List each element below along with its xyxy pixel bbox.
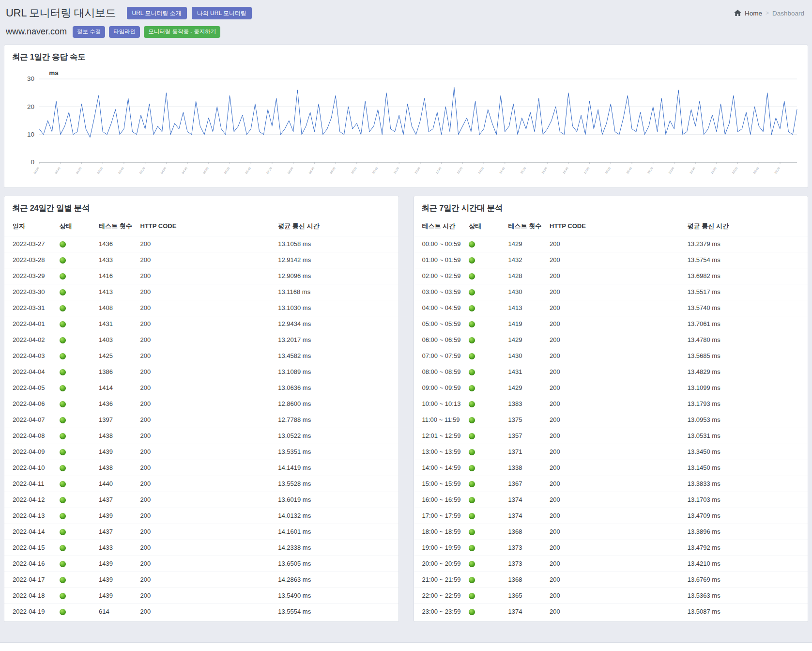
cell: 1373	[505, 556, 546, 572]
status-cell	[56, 428, 95, 444]
status-cell	[465, 428, 504, 444]
cell: 200	[137, 284, 275, 300]
svg-text:06:00: 06:00	[224, 166, 230, 174]
table-row: 2022-04-14143720014.1601 ms	[4, 524, 398, 540]
cell: 2022-03-30	[4, 284, 56, 300]
cell: 1429	[505, 332, 546, 348]
cell: 13.2017 ms	[274, 332, 398, 348]
table-row: 2022-03-28143320012.9142 ms	[4, 252, 398, 268]
cell: 1338	[505, 460, 546, 476]
status-ok-icon	[469, 273, 475, 279]
status-ok-icon	[469, 481, 475, 487]
svg-text:18:00: 18:00	[605, 166, 612, 174]
cell: 1437	[95, 492, 136, 508]
breadcrumb-home-link[interactable]: Home	[745, 10, 762, 17]
table-row: 23:00 ~ 23:59137420013.5087 ms	[414, 604, 808, 620]
table-row: 01:00 ~ 01:59143220013.5754 ms	[414, 252, 808, 268]
status-ok-icon	[469, 257, 475, 264]
timeline-button[interactable]: 타임라인	[109, 26, 140, 38]
status-cell	[465, 572, 504, 588]
status-cell	[465, 236, 504, 252]
page: URL 모니터링 대시보드 URL 모니터링 소개 나의 URL 모니터링 Ho…	[0, 0, 812, 651]
cell: 05:00 ~ 05:59	[414, 316, 465, 332]
status-ok-icon	[469, 561, 475, 567]
cell: 14.1419 ms	[274, 460, 398, 476]
my-url-monitoring-button[interactable]: 나의 URL 모니터링	[192, 7, 252, 19]
edit-info-button[interactable]: 정보 수정	[73, 26, 105, 38]
svg-text:16:40: 16:40	[562, 166, 569, 174]
status-cell	[56, 268, 95, 284]
svg-text:17:20: 17:20	[583, 166, 590, 174]
cell: 13.5685 ms	[684, 348, 808, 364]
cell: 10:00 ~ 10:13	[414, 396, 465, 412]
status-cell	[56, 380, 95, 396]
cell: 09:00 ~ 09:59	[414, 380, 465, 396]
cell: 200	[137, 524, 275, 540]
cell: 08:00 ~ 08:59	[414, 364, 465, 380]
status-cell	[56, 412, 95, 428]
cell: 1371	[505, 444, 546, 460]
cell: 200	[546, 300, 684, 316]
cell: 23:00 ~ 23:59	[414, 604, 465, 620]
cell: 13.4780 ms	[684, 332, 808, 348]
chart-title: 최근 1일간 응답 속도	[4, 45, 808, 65]
cell: 00:00 ~ 00:59	[414, 236, 465, 252]
cell: 200	[137, 588, 275, 604]
svg-text:0: 0	[31, 158, 35, 166]
status-ok-icon	[469, 385, 475, 391]
svg-text:12:00: 12:00	[414, 166, 421, 174]
table-row: 17:00 ~ 17:59137420013.4709 ms	[414, 508, 808, 524]
cell: 2022-04-16	[4, 556, 56, 572]
status-ok-icon	[60, 385, 66, 391]
cell: 12.9096 ms	[274, 268, 398, 284]
table-row: 2022-03-27143620013.1058 ms	[4, 236, 398, 252]
status-ok-icon	[469, 465, 475, 471]
hourly-table-title: 최근 7일간 시간대 분석	[414, 196, 808, 217]
table-row: 2022-04-02140320013.2017 ms	[4, 332, 398, 348]
svg-text:03:20: 03:20	[139, 166, 146, 174]
cell: 14:00 ~ 14:59	[414, 460, 465, 476]
table-row: 19:00 ~ 19:59137320013.4792 ms	[414, 540, 808, 556]
status-ok-icon	[469, 417, 475, 423]
url-monitoring-intro-button[interactable]: URL 모니터링 소개	[127, 7, 187, 19]
status-cell	[56, 300, 95, 316]
cell: 19:00 ~ 19:59	[414, 540, 465, 556]
column-header: 상태	[465, 217, 504, 236]
cell: 06:00 ~ 06:59	[414, 332, 465, 348]
svg-text:02:40: 02:40	[118, 166, 124, 174]
svg-text:05:20: 05:20	[202, 166, 209, 174]
status-cell	[465, 252, 504, 268]
table-row: 2022-04-15143320014.2338 ms	[4, 540, 398, 556]
daily-analysis-table: 일자상태테스트 횟수HTTP CODE평균 통신 시간 2022-03-2714…	[4, 217, 398, 620]
table-row: 2022-04-13143920014.0132 ms	[4, 508, 398, 524]
monitoring-stop-button[interactable]: 모니터링 동작중 - 중지하기	[144, 26, 220, 38]
svg-text:06:40: 06:40	[245, 166, 251, 174]
table-row: 2022-04-04138620013.1089 ms	[4, 364, 398, 380]
cell: 13.3896 ms	[684, 524, 808, 540]
cell: 200	[137, 492, 275, 508]
cell: 13.1793 ms	[684, 396, 808, 412]
cell: 200	[546, 572, 684, 588]
cell: 1439	[95, 572, 136, 588]
cell: 13.1099 ms	[684, 380, 808, 396]
cell: 03:00 ~ 03:59	[414, 284, 465, 300]
svg-text:04:00: 04:00	[160, 166, 167, 174]
cell: 13.1703 ms	[684, 492, 808, 508]
cell: 1431	[505, 364, 546, 380]
table-row: 04:00 ~ 04:59141320013.5740 ms	[414, 300, 808, 316]
status-cell	[465, 508, 504, 524]
cell: 200	[546, 236, 684, 252]
cell: 1430	[505, 284, 546, 300]
status-ok-icon	[60, 529, 66, 535]
table-header-row: 일자상태테스트 횟수HTTP CODE평균 통신 시간	[4, 217, 398, 236]
cell: 200	[546, 316, 684, 332]
column-header: 테스트 시간	[414, 217, 465, 236]
table-row: 21:00 ~ 21:59136820013.6769 ms	[414, 572, 808, 588]
svg-text:12:40: 12:40	[435, 166, 442, 174]
cell: 200	[137, 476, 275, 492]
status-ok-icon	[469, 449, 475, 455]
status-ok-icon	[60, 609, 66, 615]
table-row: 06:00 ~ 06:59142920013.4780 ms	[414, 332, 808, 348]
status-cell	[465, 604, 504, 620]
svg-text:08:40: 08:40	[308, 166, 315, 174]
